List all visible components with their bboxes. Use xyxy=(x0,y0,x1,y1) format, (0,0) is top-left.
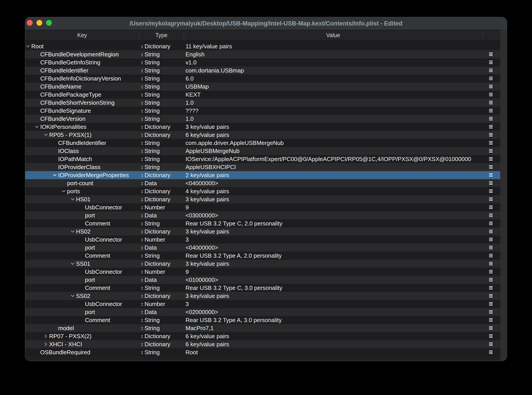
row-value[interactable]: English xyxy=(186,50,204,58)
row-value[interactable]: 3 key/value pairs xyxy=(186,292,229,300)
table-row[interactable]: Root ↕ Dictionary 11 key/value pairs xyxy=(25,42,500,50)
row-menu-icon[interactable] xyxy=(489,173,493,177)
disclosure-chevron-icon[interactable] xyxy=(70,197,75,202)
row-type[interactable]: Dictionary xyxy=(145,132,171,138)
row-type[interactable]: Number xyxy=(145,269,165,275)
type-stepper-icon[interactable]: ↕ xyxy=(141,334,144,339)
type-stepper-icon[interactable]: ↕ xyxy=(141,124,144,130)
table-row[interactable]: port ↕ Data <04000000> xyxy=(25,244,500,252)
row-menu-icon[interactable] xyxy=(489,101,493,104)
row-value[interactable]: com.dortania.USBmap xyxy=(186,66,244,75)
row-type[interactable]: Dictionary xyxy=(145,196,171,203)
row-type[interactable]: Dictionary xyxy=(145,123,171,130)
row-menu-icon[interactable] xyxy=(489,125,493,128)
table-row[interactable]: Comment ↕ String Rear USB 3.2 Type A, 3.… xyxy=(25,316,500,324)
table-row[interactable]: SS01 ↕ Dictionary 3 key/value pairs xyxy=(25,260,500,268)
row-menu-icon[interactable] xyxy=(489,294,493,297)
row-menu-icon[interactable] xyxy=(489,109,493,112)
table-row[interactable]: CFBundleIdentifier ↕ String com.apple.dr… xyxy=(25,139,500,147)
type-stepper-icon[interactable]: ↕ xyxy=(141,173,144,178)
type-stepper-icon[interactable]: ↕ xyxy=(141,350,144,355)
row-value[interactable]: 3 xyxy=(186,300,189,308)
row-menu-icon[interactable] xyxy=(489,222,493,225)
row-value[interactable]: com.apple.driver.AppleUSBMergeNub xyxy=(186,139,284,147)
row-menu-icon[interactable] xyxy=(489,326,493,330)
row-type[interactable]: Dictionary xyxy=(145,43,171,50)
type-stepper-icon[interactable]: ↕ xyxy=(141,189,144,194)
type-stepper-icon[interactable]: ↕ xyxy=(141,237,144,242)
row-type[interactable]: Dictionary xyxy=(145,228,171,235)
type-stepper-icon[interactable]: ↕ xyxy=(141,285,144,291)
row-type[interactable]: String xyxy=(145,164,160,171)
row-value[interactable]: 3 key/value pairs xyxy=(186,227,229,236)
table-row[interactable]: port-count ↕ Data <04000000> xyxy=(25,179,500,187)
row-value[interactable]: 3 key/value pairs xyxy=(186,195,229,203)
type-stepper-icon[interactable]: ↕ xyxy=(141,132,144,137)
row-type[interactable]: String xyxy=(145,325,160,332)
table-row[interactable]: OSBundleRequired ↕ String Root xyxy=(25,348,500,356)
disclosure-chevron-icon[interactable] xyxy=(70,262,75,266)
type-stepper-icon[interactable]: ↕ xyxy=(141,108,144,113)
table-row[interactable]: CFBundleVersion ↕ String 1.0 xyxy=(25,115,500,123)
type-stepper-icon[interactable]: ↕ xyxy=(141,269,144,274)
row-value[interactable]: 3 xyxy=(186,236,189,244)
table-row[interactable]: port ↕ Data <02000000> xyxy=(25,308,500,316)
row-value[interactable]: Rear USB 3.2 Type C, 3.0 personality xyxy=(186,284,282,292)
table-row[interactable]: model ↕ String MacPro7,1 xyxy=(25,324,500,332)
row-menu-icon[interactable] xyxy=(489,206,493,209)
type-stepper-icon[interactable]: ↕ xyxy=(141,245,144,250)
type-stepper-icon[interactable]: ↕ xyxy=(141,84,144,89)
row-type[interactable]: Number xyxy=(145,236,165,243)
table-row[interactable]: RP07 - PXSX(2) ↕ Dictionary 6 key/value … xyxy=(25,332,500,340)
row-menu-icon[interactable] xyxy=(489,117,493,120)
row-value[interactable]: AppleUSBXHCIPCI xyxy=(186,163,236,171)
row-value[interactable]: 9 xyxy=(186,203,189,211)
row-type[interactable]: Data xyxy=(145,244,157,251)
row-value[interactable]: 11 key/value pairs xyxy=(186,42,232,50)
type-stepper-icon[interactable]: ↕ xyxy=(141,116,144,121)
row-type[interactable]: Number xyxy=(145,204,165,211)
type-stepper-icon[interactable]: ↕ xyxy=(141,76,144,81)
type-stepper-icon[interactable]: ↕ xyxy=(141,293,144,299)
table-row[interactable]: ports ↕ Dictionary 4 key/value pairs xyxy=(25,187,500,195)
table-row[interactable]: port ↕ Data <01000000> xyxy=(25,276,500,284)
row-type[interactable]: String xyxy=(145,67,160,74)
row-type[interactable]: String xyxy=(145,115,160,122)
disclosure-chevron-icon[interactable] xyxy=(43,334,48,338)
table-row[interactable]: RP05 - PXSX(1) ↕ Dictionary 6 key/value … xyxy=(25,131,500,139)
row-value[interactable]: AppleUSBMergeNub xyxy=(186,147,239,155)
row-type[interactable]: Data xyxy=(145,180,157,187)
type-stepper-icon[interactable]: ↕ xyxy=(141,148,144,154)
row-type[interactable]: String xyxy=(145,156,160,163)
row-menu-icon[interactable] xyxy=(489,189,493,193)
table-row[interactable]: CFBundleIdentifier ↕ String com.dortania… xyxy=(25,66,500,75)
row-menu-icon[interactable] xyxy=(489,270,493,273)
row-value[interactable]: IOService:/AppleACPIPlatformExpert/PC00@… xyxy=(186,155,471,163)
type-stepper-icon[interactable]: ↕ xyxy=(141,261,144,266)
title-bar[interactable]: /Users/mykolagrymalyuk/Desktop/USB-Mappi… xyxy=(25,17,507,30)
type-stepper-icon[interactable]: ↕ xyxy=(141,100,144,105)
table-row[interactable]: CFBundleDevelopmentRegion ↕ String Engli… xyxy=(25,50,500,58)
type-stepper-icon[interactable]: ↕ xyxy=(141,197,144,202)
row-menu-icon[interactable] xyxy=(489,278,493,281)
row-value[interactable]: MacPro7,1 xyxy=(186,324,214,332)
row-type[interactable]: Dictionary xyxy=(145,293,171,300)
type-stepper-icon[interactable]: ↕ xyxy=(141,277,144,282)
row-type[interactable]: String xyxy=(145,99,160,106)
row-value[interactable]: v1.0 xyxy=(186,58,196,66)
disclosure-chevron-icon[interactable] xyxy=(43,342,48,346)
column-divider[interactable] xyxy=(482,32,483,38)
row-menu-icon[interactable] xyxy=(489,310,493,313)
table-row[interactable]: CFBundleSignature ↕ String ???? xyxy=(25,107,500,115)
row-value[interactable]: Rear USB 3.2 Type C, 2.0 personality xyxy=(186,219,282,227)
row-menu-icon[interactable] xyxy=(489,334,493,338)
row-type[interactable]: Data xyxy=(145,212,157,219)
type-stepper-icon[interactable]: ↕ xyxy=(141,221,144,226)
table-row[interactable]: port ↕ Data <03000000> xyxy=(25,211,500,219)
row-type[interactable]: String xyxy=(145,75,160,82)
disclosure-chevron-icon[interactable] xyxy=(70,229,75,234)
table-row[interactable]: UsbConnector ↕ Number 9 xyxy=(25,203,500,211)
row-menu-icon[interactable] xyxy=(489,53,493,56)
row-type[interactable]: String xyxy=(145,83,160,90)
table-row[interactable]: IOProviderClass ↕ String AppleUSBXHCIPCI xyxy=(25,163,500,171)
